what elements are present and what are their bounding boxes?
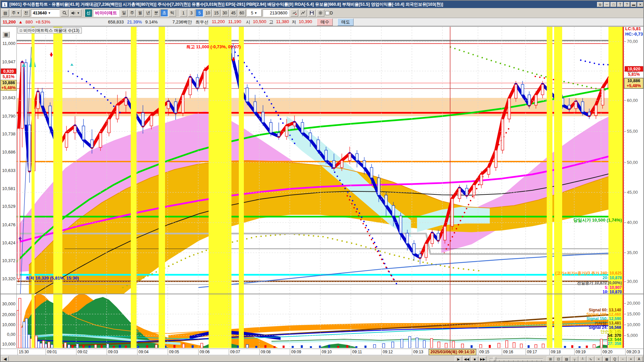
- period-button-주[interactable]: 주: [128, 9, 136, 17]
- indicator-title[interactable]: 비아이매트릭스 매물대 수(13): [17, 27, 82, 34]
- chart-tool-3[interactable]: ┬: [571, 356, 578, 362]
- interval-button-30[interactable]: 30: [221, 9, 229, 17]
- period-button-틱[interactable]: 틱: [169, 9, 176, 17]
- save-icon: [310, 11, 314, 15]
- zoom-control-0[interactable]: Q: [611, 356, 619, 362]
- play-control-0[interactable]: ▶: [455, 356, 462, 362]
- svg-text:5: 10,907: 5: 10,907: [605, 285, 622, 290]
- time-label: 15:30: [17, 349, 29, 355]
- sound-button[interactable]: ▼: [69, 9, 82, 17]
- svg-text:0,920: 0,920: [3, 69, 14, 74]
- chart-tool-7[interactable]: ▦: [603, 356, 610, 362]
- svg-text:LC:5,81: LC:5,81: [625, 26, 641, 31]
- app-icon: 1: [2, 2, 7, 7]
- time-label: 09:20:3: [625, 349, 640, 355]
- speed-slider[interactable]: [490, 357, 543, 362]
- compare-button[interactable]: [290, 9, 298, 17]
- playback-controls: ▶◀◀■▶▶: [455, 356, 486, 362]
- chevron-down-icon[interactable]: ▼: [48, 11, 51, 15]
- svg-text:10,000: 10,000: [2, 322, 15, 327]
- window-controls: ⧉─□T?▬✕: [597, 2, 643, 7]
- chart-tool-6[interactable]: ≈: [595, 356, 602, 362]
- period-button-분[interactable]: 분: [153, 9, 160, 17]
- stock-type-combo[interactable]: 주▼: [10, 9, 21, 17]
- chart-list-button[interactable]: ▤: [2, 9, 9, 17]
- svg-text:10,476: 10,476: [2, 222, 15, 227]
- sell-button[interactable]: 매도: [337, 18, 354, 26]
- period-button-일[interactable]: 일: [120, 9, 128, 17]
- gear-icon: [318, 11, 323, 15]
- time-label: 09:05: [168, 349, 179, 355]
- chart-tool-1[interactable]: ⊡: [555, 356, 562, 362]
- checkbox-icon[interactable]: [325, 11, 329, 15]
- quote-info-bar: 11,200 ▲ 880 +8.53% 658,833 21.39% 9.14%…: [1, 18, 644, 26]
- scroll-left-button[interactable]: ◀: [1, 356, 9, 362]
- price-change: 880: [25, 19, 33, 24]
- interval-button-15[interactable]: 15: [212, 9, 220, 17]
- chevron-down-icon[interactable]: ▼: [254, 11, 257, 15]
- svg-text:10,633: 10,633: [2, 168, 15, 173]
- window-button-3[interactable]: T: [617, 2, 623, 7]
- play-control-1[interactable]: ◀◀: [463, 356, 470, 362]
- low-label: 저: [292, 19, 296, 25]
- chart-tool-2[interactable]: ▨: [563, 356, 570, 362]
- buy-button[interactable]: 매수: [317, 18, 333, 26]
- chart-tool-4[interactable]: ┴: [579, 356, 586, 362]
- svg-text:30,00: 30,00: [627, 279, 638, 284]
- zoom-control-3[interactable]: A: [635, 356, 643, 362]
- stock-chart[interactable]: 11,00010,94710,84310,79010,73810,68610,6…: [1, 1, 644, 362]
- chart-tool-5[interactable]: ∿: [587, 356, 594, 362]
- chart-tool-0[interactable]: ⊞: [547, 356, 554, 362]
- svg-text:10,581: 10,581: [2, 186, 15, 191]
- search-button[interactable]: [61, 9, 68, 17]
- svg-text:+5,48%: +5,48%: [1, 85, 16, 90]
- high-price: 11,380: [276, 19, 289, 25]
- time-label: 09:17: [526, 349, 537, 355]
- interval-button-3[interactable]: 3: [188, 9, 195, 17]
- window-button-6[interactable]: ✕: [637, 2, 643, 7]
- zoom-control-2[interactable]: +: [627, 356, 635, 362]
- save-button[interactable]: [308, 9, 316, 17]
- interval-button-10[interactable]: 10: [204, 9, 212, 17]
- svg-text:10,372: 10,372: [2, 258, 15, 263]
- svg-text:당일시가 10,500 (1,74%): 당일시가 10,500 (1,74%): [573, 218, 622, 223]
- zoom-controls: Q−+A: [611, 356, 643, 362]
- interval-button-45[interactable]: 45: [229, 9, 237, 17]
- interval-button-5[interactable]: 5: [196, 9, 203, 17]
- trendline-button[interactable]: [299, 9, 307, 17]
- stock-code-input[interactable]: 413640▼: [31, 9, 60, 17]
- window-button-5[interactable]: ▬: [631, 2, 637, 7]
- speaker-icon: [71, 11, 76, 15]
- time-axis: 15:3009:0109:0209:0309:0409:0509:0609:07…: [1, 349, 644, 355]
- search-icon: [62, 11, 67, 15]
- play-control-3[interactable]: ▶▶: [479, 356, 486, 362]
- time-label: 09:11: [351, 349, 362, 355]
- svg-text:60,00: 60,00: [627, 98, 638, 103]
- tick-count-combo[interactable]: 5▼: [247, 9, 262, 17]
- time-label: 09:09: [290, 349, 301, 355]
- svg-text:45,00: 45,00: [627, 190, 638, 195]
- zoom-control-1[interactable]: −: [619, 356, 627, 362]
- play-control-2[interactable]: ■: [471, 356, 478, 362]
- window-button-0[interactable]: ⧉: [597, 2, 603, 7]
- period-buttons: 일주월년분초틱: [120, 9, 176, 17]
- svg-text:20: 10,878: 20: 10,878: [603, 276, 622, 280]
- svg-text:50,00: 50,00: [627, 160, 638, 165]
- time-label: 09:18: [549, 349, 561, 355]
- period-button-초[interactable]: 초: [161, 9, 168, 17]
- interval-button-60[interactable]: 60: [238, 9, 246, 17]
- grid-toggle-button[interactable]: ▦: [2, 32, 10, 38]
- chevron-down-icon: ▼: [77, 11, 80, 15]
- svg-text:0,00: 0,00: [7, 332, 15, 337]
- window-button-4[interactable]: ?: [624, 2, 630, 7]
- jeon-button[interactable]: 전: [22, 9, 30, 17]
- d-checkbox[interactable]: D: [325, 11, 333, 15]
- period-button-월[interactable]: 월: [137, 9, 144, 17]
- time-label: 09:15: [478, 349, 489, 355]
- settings-button[interactable]: [317, 9, 324, 17]
- interval-button-1[interactable]: 1: [180, 9, 187, 17]
- window-button-2[interactable]: □: [610, 2, 616, 7]
- svg-text:40,00: 40,00: [627, 220, 638, 225]
- period-button-년[interactable]: 년: [145, 9, 152, 17]
- window-button-1[interactable]: ─: [604, 2, 610, 7]
